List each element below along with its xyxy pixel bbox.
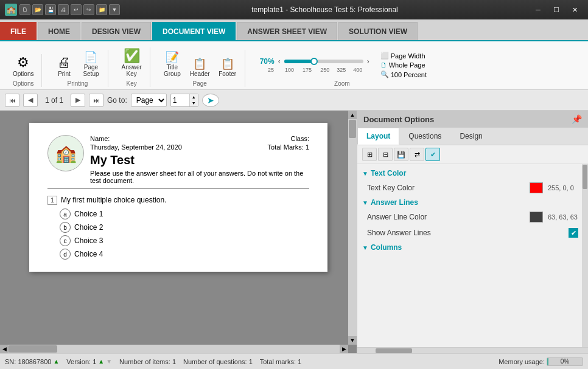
panel-hscroll-thumb[interactable] [376,348,412,353]
undo-btn[interactable]: ↩ [71,4,82,15]
answer-key-button[interactable]: ✅ AnswerKey [118,47,144,79]
redo-btn[interactable]: ↪ [83,4,94,15]
doc-scrollbar-v[interactable]: ▲ ▼ [348,111,357,345]
total-marks-status-value: Total marks: 1 [260,358,301,365]
print-label: Print [58,71,71,77]
tab-document-view[interactable]: DOCUMENT VIEW [152,22,236,40]
answer-line-color-swatch[interactable] [530,212,543,222]
zoom-group-items: 70% ‹ › 25 100 175 250 325 400 [255,51,429,79]
scroll-left-btn[interactable]: ◀ [0,345,9,353]
maximize-button[interactable]: ☐ [548,4,565,16]
panel-scroll-thumb[interactable] [583,165,587,189]
prev-page-button[interactable]: ◀ [23,94,38,107]
zoom-slider-thumb[interactable] [310,58,318,65]
page-width-button[interactable]: ⬜ Page Width [378,51,429,60]
answer-lines-chevron: ▼ [362,199,368,206]
version-arrow-up: ▲ [98,358,104,365]
panel-scrollbar[interactable] [582,164,588,347]
first-page-button[interactable]: ⏮ [5,94,19,107]
goto-select[interactable]: Page [131,94,167,107]
question-1: 1 My first multiple choice question. a C… [47,196,309,260]
open-btn[interactable]: 📂 [32,4,43,15]
text-color-section-header[interactable]: ▼ Text Color [357,167,588,180]
tab-answer-sheet-view[interactable]: ANSWER SHEET VIEW [237,22,337,40]
folder-btn[interactable]: 📁 [96,4,107,15]
hundred-percent-button[interactable]: 🔍 100 Percent [378,70,429,79]
scroll-right-btn[interactable]: ▶ [340,345,348,353]
name-label: Name: [90,135,110,142]
tab-file[interactable]: FILE [0,22,37,40]
tab-home[interactable]: HOME [38,22,80,40]
page-setup-button[interactable]: 📄 PageSetup [79,50,103,79]
right-panel: Document Options 📌 Layout Questions Desi… [357,111,588,353]
scroll-thumb-v[interactable] [349,120,356,138]
last-page-button[interactable]: ⏭ [89,94,103,107]
doc-scrollbar-h[interactable]: ◀ ▶ [0,345,348,353]
scroll-track-v[interactable] [348,119,357,336]
options-group-label: Options [13,80,33,87]
goto-input[interactable] [171,95,189,106]
scroll-up-btn[interactable]: ▲ [348,111,357,119]
panel-pin[interactable]: 📌 [572,114,582,124]
footer-label: Footer [219,71,236,77]
zoom-left-arrow[interactable]: ‹ [277,57,282,66]
show-answer-lines-checkbox[interactable]: ✔ [569,228,578,238]
num-questions-value: Number of questions: 1 [183,358,253,365]
grid-large-icon-btn[interactable]: ⊟ [378,148,393,161]
save-layout-btn[interactable]: 💾 [394,148,408,161]
panel-tab-design[interactable]: Design [450,128,491,145]
check-btn[interactable]: ✔ [425,148,440,161]
panel-hscroll[interactable] [357,347,588,353]
show-answer-lines-row: Show Answer Lines ✔ [357,225,588,241]
footer-icon: 📋 [221,58,234,69]
tab-design-view[interactable]: DESIGN VIEW [82,22,151,40]
date-value: Thursday, September 24, 2020 [90,143,182,151]
columns-section-header[interactable]: ▼ Columns [357,241,588,254]
panel-tabs: Layout Questions Design [357,128,588,145]
save-btn[interactable]: 💾 [45,4,56,15]
print-quick-btn[interactable]: 🖨 [58,4,69,15]
scroll-track-h[interactable] [9,345,340,353]
footer-button[interactable]: 📋 Footer [215,57,240,79]
panel-toolbar: ⊞ ⊟ 💾 ⇄ ✔ [357,145,588,164]
hundred-percent-icon: 🔍 [380,71,389,78]
choice-a: a Choice 1 [60,209,309,219]
header-button[interactable]: 📋 Header [187,57,213,79]
zoom-right-arrow[interactable]: › [366,57,371,66]
choice-text-d: Choice 4 [74,250,103,258]
goto-spin-down[interactable]: ▼ [189,100,198,106]
options-button[interactable]: ⚙ Options [10,54,37,79]
view-buttons: ⬜ Page Width 🗋 Whole Page 🔍 100 Percent [378,51,429,79]
scroll-thumb-h[interactable] [9,345,57,353]
zoom-slider[interactable] [284,60,363,63]
title-group-button[interactable]: 📝 TitleGroup [160,50,184,79]
print-icon: 🖨 [57,56,71,69]
page-group-items: 📝 TitleGroup 📋 Header 📋 Footer [160,50,240,79]
panel-tab-questions[interactable]: Questions [399,128,450,145]
text-key-color-swatch[interactable] [530,182,543,193]
panel-tab-layout[interactable]: Layout [357,128,399,145]
scroll-down-btn[interactable]: ▼ [348,336,357,345]
dropdown-btn[interactable]: ▼ [109,4,120,15]
app-icon: 🏫 [5,4,17,16]
zoom-controls: 70% ‹ › [260,57,371,66]
next-page-button[interactable]: ▶ [71,94,85,107]
text-color-chevron: ▼ [362,170,368,177]
arrows-btn[interactable]: ⇄ [410,148,424,161]
minimize-button[interactable]: ─ [530,4,547,16]
options-group-items: ⚙ Options [10,54,37,79]
whole-page-button[interactable]: 🗋 Whole Page [378,61,429,69]
goto-input-wrap: ▲ ▼ [170,94,198,107]
test-title: My Test [90,153,309,167]
print-button[interactable]: 🖨 Print [52,54,76,79]
new-btn[interactable]: 🗋 [19,4,30,15]
close-button[interactable]: ✕ [566,4,583,16]
answer-lines-section-header[interactable]: ▼ Answer Lines [357,196,588,209]
tab-solution-view[interactable]: SOLUTION VIEW [338,22,418,40]
question-text: My first multiple choice question. [61,196,166,204]
goto-spin-up[interactable]: ▲ [189,94,198,100]
go-button[interactable]: ➤ [202,94,219,107]
grid-small-icon-btn[interactable]: ⊞ [362,148,377,161]
school-logo: 🏫 [47,135,84,171]
answer-key-label: AnswerKey [121,64,141,77]
